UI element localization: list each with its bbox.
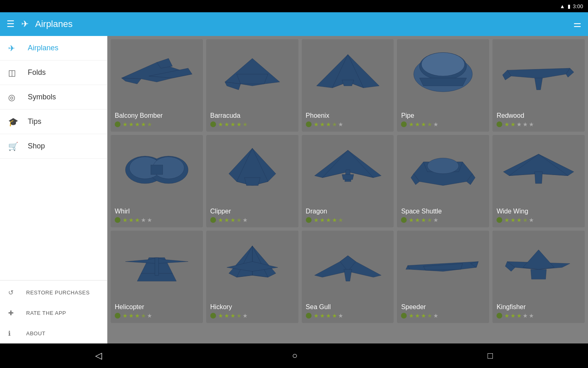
card-name: Phoenix xyxy=(306,112,390,119)
filter-icon[interactable]: ⚌ xyxy=(573,19,581,29)
rating-dot xyxy=(306,217,312,223)
star-icon: ★ xyxy=(243,217,248,223)
star-icon: ★ xyxy=(243,121,248,128)
star-icon: ★ xyxy=(409,121,414,128)
star-icon: ★ xyxy=(529,312,534,319)
card-rating: ★★★★★ xyxy=(210,217,294,223)
card-rating: ★★★★★ xyxy=(497,312,581,319)
sidebar-divider xyxy=(0,280,107,280)
airplane-card[interactable]: Pipe★★★★★ xyxy=(397,39,489,132)
airplane-card[interactable]: Helicopter★★★★★ xyxy=(111,231,203,323)
svg-marker-25 xyxy=(245,177,260,185)
star-icon: ★ xyxy=(427,312,432,319)
star-icon: ★ xyxy=(415,217,420,223)
airplane-card[interactable]: Speeder★★★★★ xyxy=(397,231,489,323)
card-name: Whirl xyxy=(115,208,199,215)
restore-label: RESTORE PURCHASES xyxy=(26,289,90,296)
card-image xyxy=(111,231,203,300)
home-button[interactable]: ○ xyxy=(280,347,310,364)
airplane-card[interactable]: Hickory★★★★★ xyxy=(206,231,298,323)
star-icon: ★ xyxy=(326,121,331,128)
airplane-card[interactable]: Phoenix★★★★★ xyxy=(302,39,394,132)
stars: ★★★★★ xyxy=(314,217,343,223)
star-icon: ★ xyxy=(338,121,343,128)
rate-app-button[interactable]: ✚ RATE THE APP xyxy=(0,303,107,323)
card-info: Space Shuttle★★★★★ xyxy=(397,204,489,227)
sidebar-nav: ✈ Airplanes ◫ Folds ◎ Symbols 🎓 Tips 🛒 S… xyxy=(0,36,107,278)
airplane-card[interactable]: Redwood★★★★★ xyxy=(492,39,585,132)
time-display: 3:00 xyxy=(573,3,583,9)
card-rating: ★★★★★ xyxy=(115,312,199,319)
restore-purchases-button[interactable]: ↺ RESTORE PURCHASES xyxy=(0,282,107,303)
app-bar: ☰ ✈ Airplanes ⚌ xyxy=(0,12,588,36)
star-icon: ★ xyxy=(510,121,516,128)
card-image xyxy=(302,135,394,204)
star-icon: ★ xyxy=(427,217,432,223)
menu-icon[interactable]: ☰ xyxy=(7,19,15,29)
rating-dot xyxy=(401,217,407,223)
card-image xyxy=(206,39,298,109)
airplane-card[interactable]: Kingfisher★★★★★ xyxy=(492,231,585,323)
star-icon: ★ xyxy=(218,312,223,319)
airplane-card[interactable]: Whirl★★★★★ xyxy=(111,135,203,227)
airplane-card[interactable]: Wide Wing★★★★★ xyxy=(492,135,585,227)
card-info: Sea Gull★★★★★ xyxy=(302,300,394,323)
airplane-card[interactable]: Clipper★★★★★ xyxy=(206,135,298,227)
card-name: Speeder xyxy=(401,303,485,311)
card-info: Wide Wing★★★★★ xyxy=(492,204,585,227)
rating-dot xyxy=(210,217,216,223)
sidebar-item-shop[interactable]: 🛒 Shop xyxy=(0,134,107,159)
sidebar-item-symbols[interactable]: ◎ Symbols xyxy=(0,85,107,110)
stars: ★★★★★ xyxy=(122,217,152,223)
rating-dot xyxy=(115,217,120,223)
grid-row: Whirl★★★★★ Clipper★★★★★ Dragon★★★★★ Spac… xyxy=(111,135,585,227)
about-button[interactable]: ℹ ABOUT xyxy=(0,323,107,343)
star-icon: ★ xyxy=(243,312,248,319)
card-image xyxy=(302,231,394,300)
card-rating: ★★★★★ xyxy=(306,121,390,128)
star-icon: ★ xyxy=(236,312,242,319)
star-icon: ★ xyxy=(230,312,236,319)
star-icon: ★ xyxy=(218,217,223,223)
star-icon: ★ xyxy=(415,312,420,319)
sidebar-symbols-label: Symbols xyxy=(28,93,56,101)
card-info: Pipe★★★★★ xyxy=(397,109,489,132)
folds-nav-icon: ◫ xyxy=(8,68,20,78)
svg-marker-29 xyxy=(342,175,354,180)
star-icon: ★ xyxy=(320,121,325,128)
sidebar: ✈ Airplanes ◫ Folds ◎ Symbols 🎓 Tips 🛒 S… xyxy=(0,36,107,343)
star-icon: ★ xyxy=(433,312,439,319)
airplane-card[interactable]: Space Shuttle★★★★★ xyxy=(397,135,489,227)
star-icon: ★ xyxy=(141,217,146,223)
recent-button[interactable]: □ xyxy=(475,347,505,364)
sidebar-item-airplanes[interactable]: ✈ Airplanes xyxy=(0,36,107,61)
plane-icon: ✈ xyxy=(21,19,29,29)
card-image xyxy=(492,231,585,300)
sidebar-item-tips[interactable]: 🎓 Tips xyxy=(0,110,107,134)
star-icon: ★ xyxy=(122,312,128,319)
airplane-card[interactable]: Dragon★★★★★ xyxy=(302,135,394,227)
battery-icon: ▮ xyxy=(568,3,570,9)
card-name: Dragon xyxy=(306,208,390,215)
airplane-card[interactable]: Barracuda★★★★★ xyxy=(206,39,298,132)
airplane-card[interactable]: Balcony Bomber★★★★★ xyxy=(111,39,203,132)
about-icon: ℹ xyxy=(8,330,20,337)
tips-nav-icon: 🎓 xyxy=(8,117,20,127)
card-rating: ★★★★★ xyxy=(115,217,199,223)
star-icon: ★ xyxy=(224,312,229,319)
back-button[interactable]: ◁ xyxy=(83,347,114,364)
star-icon: ★ xyxy=(338,217,343,223)
airplane-card[interactable]: Sea Gull★★★★★ xyxy=(302,231,394,323)
stars: ★★★★★ xyxy=(218,217,248,223)
airplane-nav-icon: ✈ xyxy=(8,43,20,53)
star-icon: ★ xyxy=(218,121,223,128)
stars: ★★★★★ xyxy=(122,121,152,128)
card-rating: ★★★★★ xyxy=(497,217,581,223)
symbols-nav-icon: ◎ xyxy=(8,92,20,102)
rating-dot xyxy=(401,121,407,127)
star-icon: ★ xyxy=(517,121,522,128)
sidebar-item-folds[interactable]: ◫ Folds xyxy=(0,61,107,85)
stars: ★★★★★ xyxy=(314,121,343,128)
star-icon: ★ xyxy=(129,121,134,128)
stars: ★★★★★ xyxy=(504,121,534,128)
